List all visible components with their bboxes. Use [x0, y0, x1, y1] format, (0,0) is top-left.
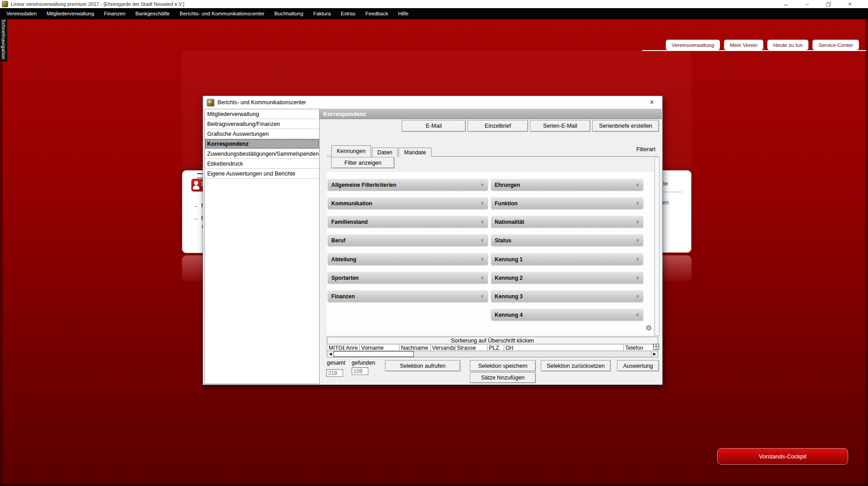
column-mitgl[interactable]: MITGL: [327, 345, 344, 351]
filter-beruf[interactable]: Beruf »: [328, 234, 488, 246]
filter-sportarten[interactable]: Sportarten »: [328, 272, 488, 283]
menubar: Vereinsdaten Mitgliederverwaltung Finanz…: [0, 8, 868, 19]
tab-daten[interactable]: Daten: [372, 148, 398, 157]
nav-item-mitgliederverwaltung[interactable]: Mitgliederverwaltung: [205, 109, 319, 119]
menu-finanzen[interactable]: Finanzen: [104, 11, 125, 16]
restore-button[interactable]: [826, 2, 831, 7]
nav-item-etikettendruck[interactable]: Etikettendruck: [205, 159, 319, 169]
app-icon: [2, 1, 8, 7]
menu-vereinsdaten[interactable]: Vereinsdaten: [6, 11, 37, 16]
gear-icon[interactable]: ⚙: [645, 324, 652, 332]
bottom-edge: [0, 484, 868, 486]
menu-faktura[interactable]: Faktura: [313, 11, 331, 16]
minimize-button[interactable]: –: [806, 1, 809, 7]
tab-vereinsverwaltung[interactable]: Vereinsverwaltung: [666, 40, 720, 50]
tabs-underline: [642, 50, 866, 51]
screen: Linear vereinsverwaltung premium 2017 - …: [0, 0, 868, 486]
filter-nationalitaet[interactable]: Nationalität »: [491, 216, 643, 227]
tab-kennungen[interactable]: Kennungen: [331, 145, 371, 157]
tab-heute-zu-tun[interactable]: Heute zu tun: [767, 40, 808, 50]
column-telefon[interactable]: Telefon: [624, 345, 658, 351]
gefunden-label: gefunden: [352, 360, 375, 366]
sort-hint-label: Sortierung auf Überschrift klicken: [327, 337, 658, 344]
chevron-double-down-icon: »: [480, 276, 486, 279]
column-anrede[interactable]: Anre: [344, 345, 360, 351]
filter-kennung-1[interactable]: Kennung 1 »: [491, 253, 643, 265]
filter-kennung-4[interactable]: Kennung 4 »: [491, 309, 643, 320]
menu-extras[interactable]: Extras: [341, 11, 356, 16]
column-ort[interactable]: Ort: [504, 345, 624, 351]
serienbriefe-button[interactable]: Serienbriefe erstellen: [592, 120, 659, 132]
left-edge: [0, 19, 3, 486]
nav-item-zuwendungsbestaetigungen[interactable]: Zuwendungsbestätigungen/Sammelspenden: [205, 149, 319, 159]
column-nachname[interactable]: Nachname: [399, 345, 431, 351]
dialog-close-button[interactable]: ×: [647, 98, 656, 107]
auswertung-button[interactable]: Auswertung: [617, 360, 659, 371]
right-edge: [865, 19, 868, 486]
close-button[interactable]: ×: [848, 1, 852, 7]
selektion-speichern-button[interactable]: Selektion speichern: [470, 360, 536, 371]
chevron-double-down-icon: »: [480, 183, 486, 186]
section-header: Korrespondenz: [320, 109, 662, 119]
gefunden-field[interactable]: 109: [352, 367, 368, 375]
resize-icon[interactable]: ↔: [783, 1, 789, 7]
nav-item-korrespondenz[interactable]: Korrespondenz: [205, 139, 319, 149]
tab-service-center[interactable]: Service-Center: [812, 40, 859, 50]
filter-finanzen[interactable]: Finanzen »: [328, 290, 488, 302]
einzelbrief-button[interactable]: Einzelbrief: [468, 120, 528, 132]
quicknav-tab[interactable]: Schnellnavigation: [0, 18, 7, 61]
window-titlebar: Linear vereinsverwaltung premium 2017 - …: [0, 0, 868, 8]
menu-berichtscenter[interactable]: Berichts- und Kommunikationscenter: [180, 11, 265, 16]
scroll-right-arrow[interactable]: ▶: [651, 351, 658, 357]
dialog-icon: [207, 99, 214, 106]
gesamt-field[interactable]: 218: [326, 369, 343, 377]
chevron-double-down-icon: »: [635, 258, 641, 261]
scroll-left-arrow[interactable]: ◀: [327, 351, 334, 357]
nav-item-grafische-auswertungen[interactable]: Grafische Auswertungen: [205, 129, 319, 139]
chevron-double-down-icon: »: [480, 239, 486, 242]
filter-allgemeine-filterkriterien[interactable]: Allgemeine Filterkriterien »: [328, 179, 488, 190]
chevron-double-down-icon: »: [480, 202, 486, 205]
filter-anzeigen-button[interactable]: Filter anzeigen: [331, 157, 395, 168]
filter-kommunikation[interactable]: Kommunikation »: [328, 197, 488, 209]
email-button[interactable]: E-Mail: [402, 120, 466, 132]
scrollbar-thumb[interactable]: [334, 351, 414, 357]
tab-mandate[interactable]: Mandate: [399, 148, 432, 157]
selektion-zuruecksetzen-button[interactable]: Selektion zurücksetzen: [541, 360, 611, 371]
nav-item-eigene-auswertungen[interactable]: Eigene Auswertungen und Berichte: [205, 169, 319, 179]
selektion-aufrufen-button[interactable]: Selektion aufrufen: [385, 360, 460, 371]
table-horizontal-scrollbar[interactable]: ◀ ▶: [327, 351, 658, 357]
filter-funktion[interactable]: Funktion »: [491, 197, 643, 209]
menu-feedback[interactable]: Feedback: [365, 11, 388, 16]
dialog-content: Korrespondenz E-Mail Einzelbrief Serien-…: [320, 109, 662, 384]
arrow-icon: →: [193, 203, 199, 209]
column-plz[interactable]: PLZ: [487, 345, 504, 351]
menu-bankgeschaefte[interactable]: Bankgeschäfte: [135, 11, 170, 16]
tab-mein-verein[interactable]: Mein Verein: [724, 40, 763, 50]
filter-kennung-3[interactable]: Kennung 3 »: [491, 290, 643, 302]
chevron-double-down-icon: »: [480, 295, 486, 298]
home-card-text-fragment: te: [663, 180, 668, 187]
menu-mitgliederverwaltung[interactable]: Mitgliederverwaltung: [46, 11, 94, 16]
berichtscenter-dialog: Berichts- und Kommunikationscenter × Mit…: [203, 96, 663, 385]
menu-hilfe[interactable]: Hilfe: [398, 11, 408, 16]
column-vorname[interactable]: Vorname: [360, 345, 399, 351]
filter-kennung-2[interactable]: Kennung 2 »: [491, 272, 643, 283]
serien-email-button[interactable]: Serien-E-Mail: [530, 120, 590, 132]
chevron-double-down-icon: »: [635, 295, 641, 298]
column-versandart[interactable]: Versandart: [431, 345, 455, 351]
filter-abteilung[interactable]: Abteilung »: [328, 253, 488, 265]
vorstands-cockpit-button[interactable]: Vorstands-Cockpit: [717, 448, 848, 465]
filter-status[interactable]: Status »: [491, 234, 643, 246]
column-strasse[interactable]: Strasse: [455, 345, 487, 351]
filter-familienstand[interactable]: Familienstand »: [328, 216, 488, 227]
chevron-double-down-icon: »: [635, 276, 641, 279]
filter-ehrungen[interactable]: Ehrungen »: [491, 179, 643, 190]
saetze-hinzufuegen-button[interactable]: Sätze hinzufügen: [470, 372, 536, 383]
menu-buchhaltung[interactable]: Buchhaltung: [274, 11, 303, 16]
nav-item-beitragsverwaltung[interactable]: Beitragsverwaltung/Finanzen: [205, 119, 319, 129]
chevron-double-down-icon: »: [480, 258, 486, 261]
dialog-titlebar: Berichts- und Kommunikationscenter: [203, 96, 662, 109]
filter-vertical-scrollbar[interactable]: [654, 157, 659, 336]
column-options-icon[interactable]: [653, 344, 659, 350]
